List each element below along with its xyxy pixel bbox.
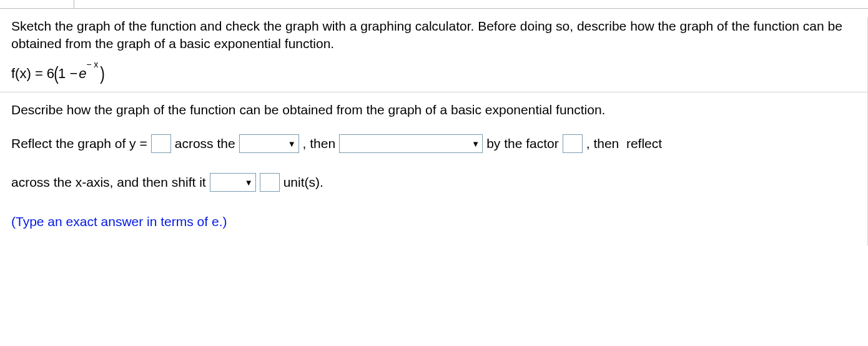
text-across-xaxis-shift: across the x-axis, and then shift it <box>11 167 206 197</box>
text-reflect-graph: Reflect the graph of y = <box>11 129 147 159</box>
select-direction[interactable]: ▼ <box>210 173 256 192</box>
text-by-factor: by the factor <box>486 129 559 159</box>
top-divider <box>0 0 868 9</box>
text-then: , then <box>303 129 336 159</box>
chevron-down-icon: ▼ <box>288 140 296 148</box>
text-across-the: across the <box>175 129 235 159</box>
answer-line-1: Reflect the graph of y = across the ▼ , … <box>11 129 857 159</box>
equation: f(x) = 6 ( 1 − e − x ) <box>11 64 857 83</box>
answer-hint: (Type an exact answer in terms of e.) <box>11 207 857 237</box>
text-then-reflect: , then reflect <box>586 129 662 159</box>
equation-exponent: − x <box>86 59 98 69</box>
paren-close: ) <box>100 64 105 83</box>
question-section: Sketch the graph of the function and che… <box>0 9 868 92</box>
question-prompt: Sketch the graph of the function and che… <box>11 17 857 53</box>
answer-section: Describe how the graph of the function c… <box>0 92 868 245</box>
input-units[interactable] <box>260 173 280 192</box>
select-axis[interactable]: ▼ <box>239 134 299 153</box>
chevron-down-icon: ▼ <box>245 179 253 187</box>
exponential-term: e − x <box>79 66 86 82</box>
subquestion-prompt: Describe how the graph of the function c… <box>11 101 857 119</box>
equation-inner-pre: 1 − <box>58 66 77 82</box>
equation-lhs: f(x) = 6 <box>11 66 54 82</box>
chevron-down-icon: ▼ <box>471 140 480 148</box>
input-base-function[interactable] <box>151 134 171 153</box>
paren-open: ( <box>54 64 59 83</box>
answer-line-2: across the x-axis, and then shift it ▼ u… <box>11 167 857 197</box>
text-units: unit(s). <box>284 167 323 197</box>
answer-area: Reflect the graph of y = across the ▼ , … <box>11 129 857 237</box>
select-transform[interactable]: ▼ <box>339 134 483 153</box>
input-factor[interactable] <box>563 134 583 153</box>
equation-base: e <box>79 66 86 81</box>
